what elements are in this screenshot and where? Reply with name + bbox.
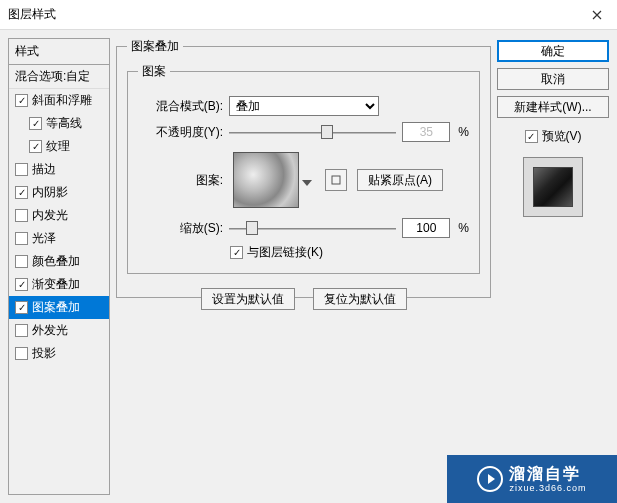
blend-mode-label: 混合模式(B): [138, 98, 223, 115]
scale-slider[interactable] [229, 219, 396, 237]
style-item-label: 纹理 [46, 138, 70, 155]
style-item-label: 图案叠加 [32, 299, 80, 316]
style-checkbox[interactable] [15, 255, 28, 268]
style-checkbox[interactable] [15, 94, 28, 107]
style-item-label: 描边 [32, 161, 56, 178]
window-title: 图层样式 [8, 6, 56, 23]
style-item-label: 渐变叠加 [32, 276, 80, 293]
styles-header: 样式 [9, 39, 109, 65]
style-checkbox[interactable] [15, 347, 28, 360]
opacity-input[interactable] [402, 122, 450, 142]
ok-button[interactable]: 确定 [497, 40, 609, 62]
watermark-sub: zixue.3d66.com [509, 483, 586, 494]
opacity-label: 不透明度(Y): [138, 124, 223, 141]
style-list: 斜面和浮雕等高线纹理描边内阴影内发光光泽颜色叠加渐变叠加图案叠加外发光投影 [9, 89, 109, 365]
close-icon [592, 10, 602, 20]
link-checkbox[interactable] [230, 246, 243, 259]
style-checkbox[interactable] [15, 186, 28, 199]
pattern-row: 图案: 贴紧原点(A) [138, 152, 469, 208]
style-item-6[interactable]: 光泽 [9, 227, 109, 250]
style-checkbox[interactable] [15, 232, 28, 245]
preview-checkbox[interactable] [525, 130, 538, 143]
blend-mode-select[interactable]: 叠加 [229, 96, 379, 116]
pattern-group: 图案 混合模式(B): 叠加 不透明度(Y): % [127, 63, 480, 274]
link-label: 与图层链接(K) [247, 244, 323, 261]
pattern-label: 图案: [138, 172, 223, 189]
scale-input[interactable] [402, 218, 450, 238]
style-item-1[interactable]: 等高线 [9, 112, 109, 135]
opacity-thumb[interactable] [321, 125, 333, 139]
style-item-5[interactable]: 内发光 [9, 204, 109, 227]
style-checkbox[interactable] [15, 163, 28, 176]
style-item-label: 颜色叠加 [32, 253, 80, 270]
style-item-4[interactable]: 内阴影 [9, 181, 109, 204]
style-checkbox[interactable] [15, 209, 28, 222]
style-checkbox[interactable] [15, 278, 28, 291]
new-style-button[interactable]: 新建样式(W)... [497, 96, 609, 118]
style-item-9[interactable]: 图案叠加 [9, 296, 109, 319]
preview-thumbnail [533, 167, 573, 207]
scale-row: 缩放(S): % [138, 218, 469, 238]
preview-box [523, 157, 583, 217]
titlebar: 图层样式 [0, 0, 617, 30]
right-panel: 确定 取消 新建样式(W)... 预览(V) [497, 38, 609, 495]
style-item-label: 外发光 [32, 322, 68, 339]
style-item-label: 投影 [32, 345, 56, 362]
style-item-11[interactable]: 投影 [9, 342, 109, 365]
style-item-2[interactable]: 纹理 [9, 135, 109, 158]
style-item-label: 内阴影 [32, 184, 68, 201]
new-preset-icon [330, 174, 342, 186]
style-item-10[interactable]: 外发光 [9, 319, 109, 342]
style-checkbox[interactable] [29, 117, 42, 130]
make-default-button[interactable]: 设置为默认值 [201, 288, 295, 310]
center-panel: 图案叠加 图案 混合模式(B): 叠加 不透明度(Y): % [116, 38, 491, 495]
play-icon [477, 466, 503, 492]
group-title: 图案叠加 [127, 38, 183, 55]
style-item-label: 内发光 [32, 207, 68, 224]
style-item-7[interactable]: 颜色叠加 [9, 250, 109, 273]
style-checkbox[interactable] [29, 140, 42, 153]
watermark: 溜溜自学 zixue.3d66.com [447, 455, 617, 503]
style-item-8[interactable]: 渐变叠加 [9, 273, 109, 296]
scale-thumb[interactable] [246, 221, 258, 235]
watermark-main: 溜溜自学 [509, 464, 586, 483]
blend-mode-row: 混合模式(B): 叠加 [138, 96, 469, 116]
style-item-label: 斜面和浮雕 [32, 92, 92, 109]
style-item-label: 光泽 [32, 230, 56, 247]
cancel-button[interactable]: 取消 [497, 68, 609, 90]
scale-label: 缩放(S): [138, 220, 223, 237]
snap-origin-button[interactable]: 贴紧原点(A) [357, 169, 443, 191]
style-item-label: 等高线 [46, 115, 82, 132]
opacity-slider[interactable] [229, 123, 396, 141]
blend-options-row[interactable]: 混合选项:自定 [9, 65, 109, 89]
inner-title: 图案 [138, 63, 170, 80]
link-row: 与图层链接(K) [230, 244, 469, 261]
opacity-unit: % [458, 125, 469, 139]
opacity-row: 不透明度(Y): % [138, 122, 469, 142]
style-item-3[interactable]: 描边 [9, 158, 109, 181]
style-checkbox[interactable] [15, 324, 28, 337]
new-preset-button[interactable] [325, 169, 347, 191]
close-button[interactable] [577, 0, 617, 30]
preview-row: 预览(V) [497, 128, 609, 145]
default-buttons-row: 设置为默认值 复位为默认值 [127, 288, 480, 310]
style-item-0[interactable]: 斜面和浮雕 [9, 89, 109, 112]
preview-label: 预览(V) [542, 128, 582, 145]
dialog-body: 样式 混合选项:自定 斜面和浮雕等高线纹理描边内阴影内发光光泽颜色叠加渐变叠加图… [0, 30, 617, 503]
style-checkbox[interactable] [15, 301, 28, 314]
reset-default-button[interactable]: 复位为默认值 [313, 288, 407, 310]
pattern-swatch[interactable] [233, 152, 299, 208]
pattern-overlay-group: 图案叠加 图案 混合模式(B): 叠加 不透明度(Y): % [116, 38, 491, 298]
scale-unit: % [458, 221, 469, 235]
styles-panel: 样式 混合选项:自定 斜面和浮雕等高线纹理描边内阴影内发光光泽颜色叠加渐变叠加图… [8, 38, 110, 495]
svg-rect-0 [332, 176, 340, 184]
